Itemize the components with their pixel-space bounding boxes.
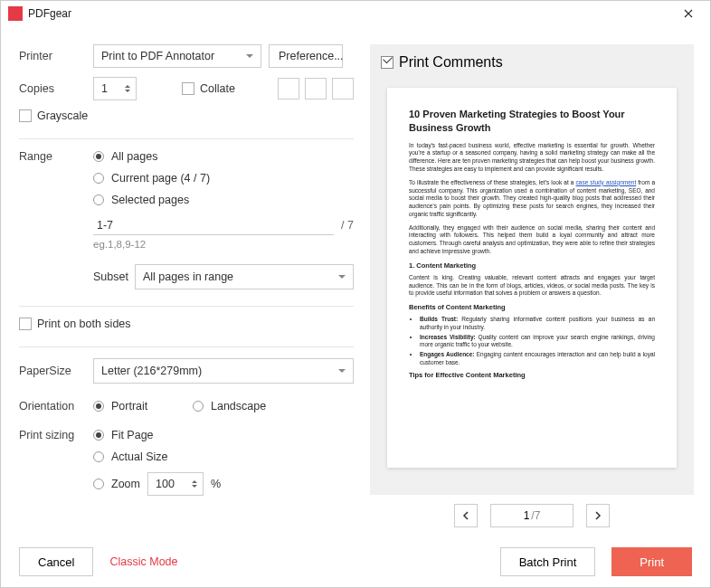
fitpage-radio[interactable] (93, 430, 104, 441)
orientation-label: Orientation (19, 400, 93, 413)
collate-label: Collate (200, 82, 235, 95)
range-current-label: Current page (4 / 7) (111, 172, 210, 185)
pages-hint: eg.1,8,9-12 (93, 239, 354, 250)
both-sides-label: Print on both sides (37, 318, 131, 330)
range-current-radio[interactable] (93, 173, 104, 184)
spin-up-icon[interactable] (192, 480, 197, 483)
app-title: PDFgear (28, 7, 674, 20)
preferences-button[interactable]: Preference... (269, 44, 343, 68)
close-button[interactable] (674, 3, 703, 24)
page-prev-button[interactable] (454, 504, 478, 527)
range-selected-radio[interactable] (93, 194, 104, 205)
portrait-radio[interactable] (93, 401, 104, 412)
copies-input[interactable]: 1 (93, 77, 137, 100)
landscape-radio[interactable] (193, 401, 204, 412)
copies-label: Copies (19, 82, 93, 95)
zoom-radio[interactable] (93, 479, 104, 489)
cancel-button[interactable]: Cancel (19, 547, 93, 576)
spin-down-icon[interactable] (192, 485, 197, 488)
preview-page: 10 Proven Marketing Strategies to Boost … (387, 88, 677, 468)
spin-up-icon[interactable] (125, 85, 130, 88)
papersize-label: PaperSize (19, 365, 93, 377)
print-comments-label: Print Comments (399, 54, 503, 71)
sizing-label: Print sizing (19, 429, 93, 441)
printer-label: Printer (19, 50, 93, 62)
doc-title: 10 Proven Marketing Strategies to Boost … (409, 108, 655, 135)
spin-down-icon[interactable] (125, 90, 130, 92)
layout-3-icon[interactable] (332, 78, 354, 100)
app-icon (8, 6, 23, 21)
zoom-label: Zoom (111, 478, 147, 490)
page-indicator[interactable]: 1 /7 (490, 504, 574, 527)
doc-link: case study assignment (576, 179, 637, 185)
classic-mode-link[interactable]: Classic Mode (109, 555, 177, 568)
layout-2-icon[interactable] (305, 78, 327, 100)
subset-select[interactable]: All pages in range (135, 264, 354, 289)
actual-radio[interactable] (93, 451, 104, 462)
pct-label: % (211, 478, 221, 490)
pages-total: / 7 (341, 219, 354, 232)
range-all-label: All pages (111, 150, 157, 163)
landscape-label: Landscape (211, 400, 266, 413)
pages-input[interactable] (93, 215, 334, 235)
grayscale-checkbox[interactable] (19, 109, 32, 122)
papersize-select[interactable]: Letter (216*279mm) (93, 358, 354, 384)
range-label: Range (19, 150, 93, 163)
range-all-radio[interactable] (93, 151, 104, 162)
printer-select[interactable]: Print to PDF Annotator (93, 44, 261, 68)
print-comments-checkbox[interactable] (381, 56, 393, 69)
batch-print-button[interactable]: Batch Print (500, 547, 596, 576)
fitpage-label: Fit Page (111, 429, 154, 441)
grayscale-label: Grayscale (37, 109, 88, 122)
zoom-input[interactable]: 100 (147, 472, 204, 496)
both-sides-checkbox[interactable] (19, 318, 32, 330)
portrait-label: Portrait (111, 400, 193, 413)
print-button[interactable]: Print (611, 547, 692, 576)
range-selected-label: Selected pages (111, 194, 189, 206)
actual-label: Actual Size (111, 450, 168, 463)
layout-1-icon[interactable] (278, 78, 299, 100)
preview-area: 10 Proven Marketing Strategies to Boost … (370, 81, 694, 495)
collate-checkbox[interactable] (182, 82, 194, 95)
page-next-button[interactable] (586, 504, 610, 527)
subset-label: Subset (93, 270, 135, 283)
